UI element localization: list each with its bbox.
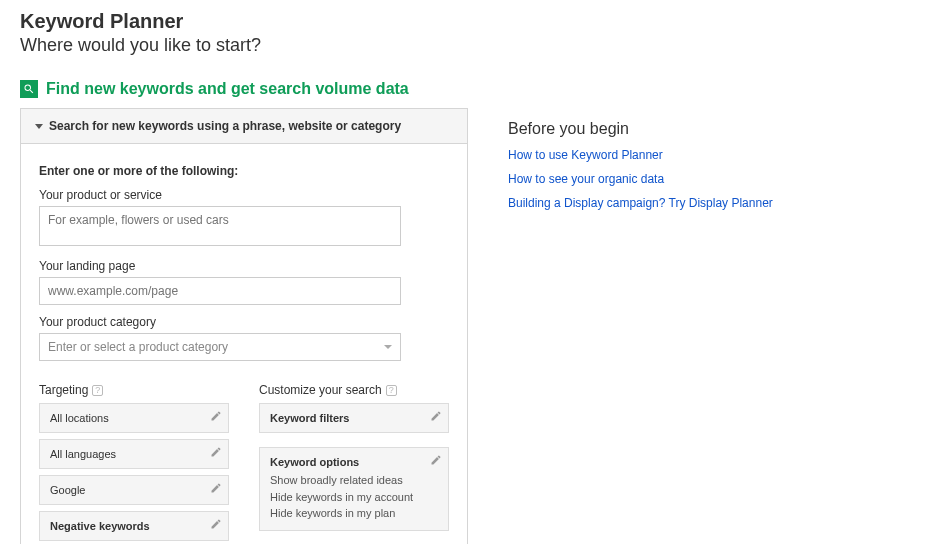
sidebar-heading: Before you begin	[508, 120, 828, 138]
section-header: Find new keywords and get search volume …	[20, 80, 468, 98]
keyword-option-line: Hide keywords in my account	[270, 489, 438, 506]
sidebar-link-display[interactable]: Building a Display campaign? Try Display…	[508, 196, 828, 210]
pencil-icon	[430, 454, 442, 466]
category-placeholder: Enter or select a product category	[48, 340, 228, 354]
targeting-negative[interactable]: Negative keywords	[39, 511, 229, 541]
accordion: Search for new keywords using a phrase, …	[20, 108, 468, 544]
help-icon[interactable]: ?	[386, 385, 397, 396]
caret-down-icon	[35, 124, 43, 129]
keyword-filters[interactable]: Keyword filters	[259, 403, 449, 433]
landing-input[interactable]	[39, 277, 401, 305]
search-icon	[20, 80, 38, 98]
targeting-locations-text: All locations	[50, 412, 109, 424]
chevron-down-icon	[384, 345, 392, 349]
pencil-icon	[210, 518, 222, 530]
pencil-icon	[430, 410, 442, 422]
targeting-languages[interactable]: All languages	[39, 439, 229, 469]
accordion-header[interactable]: Search for new keywords using a phrase, …	[21, 109, 467, 144]
keyword-option-line: Show broadly related ideas	[270, 472, 438, 489]
category-select[interactable]: Enter or select a product category	[39, 333, 401, 361]
customize-heading: Customize your search ?	[259, 383, 449, 397]
category-label: Your product category	[39, 315, 449, 329]
sidebar-link-organic[interactable]: How to see your organic data	[508, 172, 828, 186]
help-icon[interactable]: ?	[92, 385, 103, 396]
section-title: Find new keywords and get search volume …	[46, 80, 409, 98]
product-label: Your product or service	[39, 188, 449, 202]
targeting-network-text: Google	[50, 484, 85, 496]
landing-label: Your landing page	[39, 259, 449, 273]
targeting-heading: Targeting ?	[39, 383, 229, 397]
targeting-negative-text: Negative keywords	[50, 520, 150, 532]
targeting-network[interactable]: Google	[39, 475, 229, 505]
form-heading: Enter one or more of the following:	[39, 164, 449, 178]
page-title: Keyword Planner	[20, 10, 926, 33]
sidebar-link-howto[interactable]: How to use Keyword Planner	[508, 148, 828, 162]
targeting-heading-text: Targeting	[39, 383, 88, 397]
keyword-option-line: Hide keywords in my plan	[270, 505, 438, 522]
keyword-filters-text: Keyword filters	[270, 412, 349, 424]
customize-heading-text: Customize your search	[259, 383, 382, 397]
page-subtitle: Where would you like to start?	[20, 35, 926, 56]
keyword-options-title: Keyword options	[270, 456, 359, 468]
keyword-options[interactable]: Keyword options Show broadly related ide…	[259, 447, 449, 531]
pencil-icon	[210, 482, 222, 494]
targeting-languages-text: All languages	[50, 448, 116, 460]
targeting-locations[interactable]: All locations	[39, 403, 229, 433]
accordion-title: Search for new keywords using a phrase, …	[49, 119, 401, 133]
pencil-icon	[210, 446, 222, 458]
product-input[interactable]	[39, 206, 401, 246]
pencil-icon	[210, 410, 222, 422]
